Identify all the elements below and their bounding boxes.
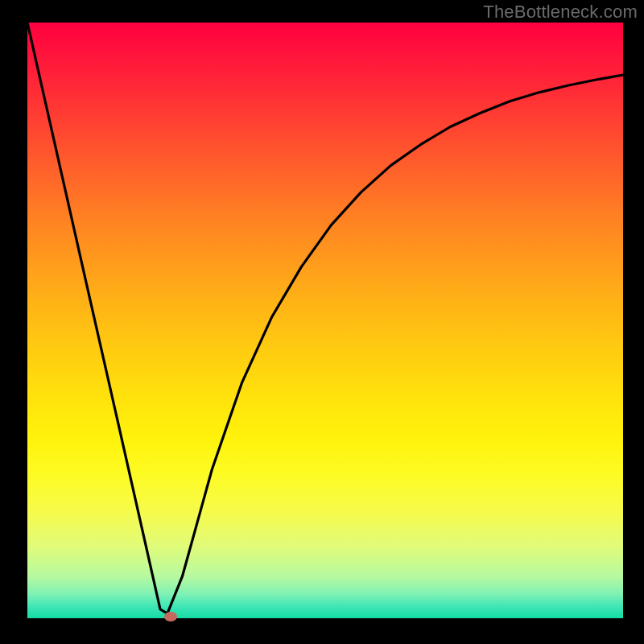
plot-background (27, 23, 623, 618)
watermark-label: TheBottleneck.com (483, 2, 638, 23)
chart-marker (164, 612, 177, 621)
chart-frame: TheBottleneck.com (0, 0, 644, 644)
